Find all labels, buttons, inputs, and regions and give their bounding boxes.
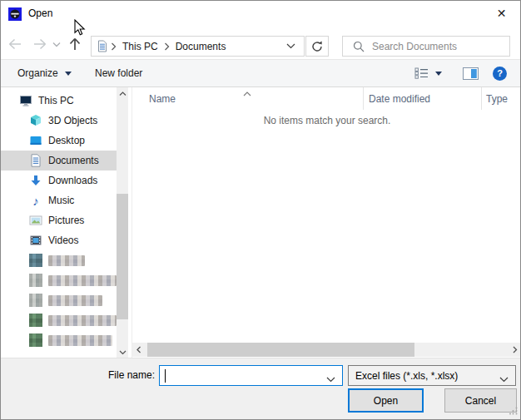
sidebar-item-redacted[interactable] [1,310,117,330]
command-toolbar: Organize New folder ? [1,59,520,87]
scroll-down-button[interactable] [117,346,128,358]
scroll-up-button[interactable] [117,87,128,100]
chevron-down-icon [52,42,61,47]
scroll-left-button[interactable] [132,343,146,357]
chevron-left-icon [136,346,141,353]
app-icon [8,7,22,21]
documents-icon [29,154,42,167]
dialog-footer: File name: Excel files (*.xls, *.xlsx) O… [1,358,520,420]
sidebar-item-3d-objects[interactable]: 3D Objects [1,111,117,131]
horizontal-scrollbar-thumb[interactable] [147,343,414,357]
sidebar-item-redacted[interactable] [1,290,117,310]
content-area: This PC 3D Objects Desktop Documents Dow… [1,87,520,358]
cancel-button[interactable]: Cancel [444,388,517,413]
forward-arrow-icon [32,36,48,52]
sidebar-item-redacted[interactable] [1,330,117,350]
close-button[interactable]: ✕ [483,1,520,26]
sidebar-item-downloads[interactable]: Downloads [1,170,117,190]
open-button[interactable]: Open [348,388,424,413]
redacted-icon [29,314,42,327]
file-name-combobox[interactable] [159,365,343,386]
navigation-pane: This PC 3D Objects Desktop Documents Dow… [1,87,131,358]
this-pc-icon [19,94,32,107]
column-header-date-modified[interactable]: Date modified [364,87,482,110]
address-bar[interactable]: This PC Documents [91,36,305,57]
pictures-icon [29,214,42,227]
preview-pane-icon [463,67,479,80]
chevron-down-icon [286,43,295,49]
sidebar-item-redacted[interactable] [1,250,117,270]
preview-pane-button[interactable] [463,60,479,86]
redacted-label [48,335,112,346]
scroll-right-button[interactable] [509,343,521,357]
sidebar-item-documents[interactable]: Documents [1,151,117,170]
help-icon: ? [493,67,507,81]
column-headers: Name Date modified Type [132,87,521,110]
close-icon: ✕ [497,7,507,20]
file-name-input[interactable] [160,370,342,382]
back-arrow-icon [7,36,23,52]
change-view-button[interactable] [414,60,442,86]
desktop-icon [29,134,42,147]
recent-locations-button[interactable] [51,35,62,53]
chevron-down-icon [119,350,127,355]
sort-ascending-icon [243,87,251,99]
dropdown-arrow-icon [65,72,72,76]
sidebar-item-pictures[interactable]: Pictures [1,210,117,230]
mouse-cursor [74,19,87,39]
redacted-label [48,255,85,266]
chevron-down-icon[interactable] [326,373,335,385]
chevron-right-icon [111,42,117,51]
resize-grip[interactable] [509,406,518,418]
back-button[interactable] [6,35,24,53]
open-dialog-window: Open ✕ This PC [0,0,521,420]
redacted-icon [29,254,42,267]
horizontal-scrollbar[interactable] [132,343,521,357]
sidebar-item-desktop[interactable]: Desktop [1,131,117,151]
details-view-icon [414,67,429,79]
sidebar-item-redacted[interactable] [1,270,117,290]
refresh-button[interactable] [305,36,329,57]
search-icon [353,41,365,52]
redacted-icon [29,294,42,307]
address-dropdown-button[interactable] [286,43,295,49]
file-name-label: File name: [51,369,155,381]
text-caret [165,369,166,383]
redacted-label [48,295,102,306]
organize-label: Organize [17,67,58,79]
music-icon: ♪ [29,194,42,207]
dropdown-arrow-icon [435,72,442,76]
sidebar-item-music[interactable]: ♪ Music [1,190,117,210]
search-box[interactable] [342,36,510,57]
downloads-icon [29,174,42,187]
search-input[interactable] [372,41,497,52]
file-list-pane: Name Date modified Type No items match y… [132,87,521,358]
help-button[interactable]: ? [493,60,507,86]
new-folder-button[interactable]: New folder [95,60,142,86]
file-type-dropdown[interactable]: Excel files (*.xls, *.xlsx) [348,365,516,386]
videos-icon [29,234,42,247]
chevron-down-icon [499,373,509,385]
3d-objects-icon [29,114,42,127]
empty-folder-message: No items match your search. [132,115,521,126]
sidebar-scrollbar-thumb[interactable] [117,194,128,319]
redacted-icon [29,334,42,347]
redacted-label [48,275,117,286]
new-folder-label: New folder [95,67,142,79]
chevron-right-icon [513,346,518,353]
file-type-value: Excel files (*.xls, *.xlsx) [355,370,458,382]
refresh-icon [310,40,324,53]
breadcrumb-documents[interactable]: Documents [171,41,231,52]
sidebar-item-this-pc[interactable]: This PC [1,91,117,111]
organize-button[interactable]: Organize [17,60,72,86]
sidebar-item-videos[interactable]: Videos [1,230,117,250]
window-title: Open [28,1,52,27]
chevron-up-icon [119,91,127,96]
sidebar-scrollbar[interactable] [117,87,128,358]
chevron-right-icon [164,42,170,51]
breadcrumb-this-pc[interactable]: This PC [118,41,162,52]
location-icon [97,40,107,52]
forward-button[interactable] [31,35,49,53]
column-header-type[interactable]: Type [482,87,521,110]
redacted-icon [29,274,42,287]
